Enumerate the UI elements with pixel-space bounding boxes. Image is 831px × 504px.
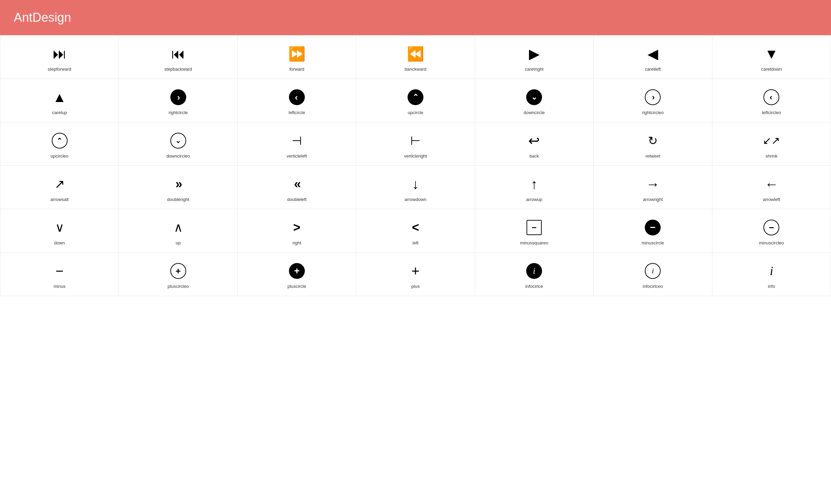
leftcircleo-icon: ‹ [763, 89, 779, 106]
verticleleft-icon: ⊣ [292, 132, 302, 149]
pluscircle-icon: + [289, 262, 305, 280]
caretright-icon: ▶ [529, 45, 540, 62]
icon-cell-left[interactable]: <left [356, 209, 475, 253]
rightcircle-icon: › [170, 89, 186, 106]
icon-cell-leftcircle[interactable]: ‹leftcircle [238, 79, 356, 122]
icon-cell-banckward[interactable]: ⏪banckward [356, 36, 475, 79]
icon-cell-arrowdown[interactable]: ↓arrowdown [356, 166, 475, 209]
icon-cell-minus[interactable]: −minus [0, 253, 119, 296]
rightcircleo-icon: › [645, 89, 661, 106]
retweet-label: retweet [645, 153, 660, 159]
doubleright-icon: » [176, 175, 181, 193]
plus-icon: + [411, 262, 419, 280]
arrowright-icon: → [646, 175, 660, 193]
arrowsalt-label: arrowsalt [50, 197, 69, 202]
arrowsalt-icon: ↗ [54, 175, 65, 193]
icon-cell-downcircle[interactable]: ⌄downcircle [475, 79, 594, 122]
verticleright-label: verticleright [404, 153, 427, 159]
up-icon: ∧ [174, 219, 183, 236]
infocirlceo-icon: i [645, 262, 661, 280]
right-icon: > [293, 219, 300, 236]
caretdown-icon: ▼ [765, 45, 779, 62]
icon-cell-caretright[interactable]: ▶caretright [475, 36, 594, 79]
downcircle-icon: ⌄ [526, 89, 542, 106]
minuscircleo-label: minuscircleo [759, 240, 784, 245]
pluscircleo-icon: + [170, 262, 186, 280]
info-icon: i [770, 262, 773, 280]
banckward-icon: ⏪ [407, 45, 424, 62]
icon-cell-stepforward[interactable]: ⏭stepforward [0, 36, 119, 79]
icon-cell-back[interactable]: ↩back [475, 122, 594, 166]
icon-cell-shrink[interactable]: ↙↗shrink [712, 122, 831, 166]
minus-label: minus [53, 284, 66, 289]
right-label: right [292, 240, 301, 245]
icon-cell-verticleleft[interactable]: ⊣verticleleft [238, 122, 356, 166]
upcircleo-icon: ⌃ [52, 132, 68, 149]
icon-cell-doubleleft[interactable]: «doubleleft [238, 166, 356, 209]
caretup-icon: ▲ [53, 89, 67, 106]
icon-cell-pluscircleo[interactable]: +pluscircleo [119, 253, 238, 296]
info-label: info [768, 284, 775, 289]
icon-cell-arrowsalt[interactable]: ↗arrowsalt [0, 166, 119, 209]
stepbackward-label: stepbackward [164, 67, 192, 72]
doubleleft-icon: « [294, 175, 300, 193]
infocirlceo-label: infocirlceo [643, 284, 663, 289]
icon-cell-rightcircleo[interactable]: ›rightcircleo [594, 79, 712, 122]
leftcircle-label: leftcircle [289, 110, 305, 115]
icon-cell-infocirlceo[interactable]: iinfocirlceo [594, 253, 712, 296]
arrowdown-icon: ↓ [412, 175, 419, 193]
icon-cell-verticleright[interactable]: ⊢verticleright [356, 122, 475, 166]
retweet-icon: ↻ [648, 132, 658, 149]
icon-cell-caretup[interactable]: ▲caretup [0, 79, 119, 122]
icon-cell-down[interactable]: ∨down [0, 209, 119, 253]
caretleft-label: caretleft [645, 67, 661, 72]
up-label: up [176, 240, 180, 245]
icon-cell-infocirlce[interactable]: iinfocirlce [475, 253, 594, 296]
caretleft-icon: ◀ [648, 45, 658, 62]
minussquareo-label: minussquareo [520, 240, 548, 245]
downcircleo-label: downcircleo [166, 153, 190, 159]
icon-cell-right[interactable]: >right [238, 209, 356, 253]
icon-cell-upcircleo[interactable]: ⌃upcircleo [0, 122, 119, 166]
arrowleft-icon: ← [764, 175, 778, 193]
icon-cell-up[interactable]: ∧up [119, 209, 238, 253]
down-label: down [54, 240, 65, 245]
caretup-label: caretup [52, 110, 67, 115]
icon-cell-arrowright[interactable]: →arrowright [594, 166, 712, 209]
icon-cell-downcircleo[interactable]: ⌄downcircleo [119, 122, 238, 166]
arrowleft-label: arrowleft [763, 197, 780, 202]
icon-cell-minussquareo[interactable]: −minussquareo [475, 209, 594, 253]
minuscircle-label: minuscircle [642, 240, 664, 245]
icon-cell-stepbackward[interactable]: ⏮stepbackward [119, 36, 238, 79]
pluscircleo-label: pluscircleo [168, 284, 189, 289]
app-title: AntDesign [14, 10, 817, 25]
icon-cell-caretdown[interactable]: ▼caretdown [712, 36, 831, 79]
icon-cell-plus[interactable]: +plus [356, 253, 475, 296]
upcircleo-label: upcircleo [51, 153, 69, 159]
rightcircleo-label: rightcircleo [642, 110, 664, 115]
icon-cell-minuscircle[interactable]: −minuscircle [594, 209, 712, 253]
leftcircleo-label: leftcircleo [762, 110, 781, 115]
back-icon: ↩ [528, 132, 540, 149]
icon-cell-doubleright[interactable]: »doubleright [119, 166, 238, 209]
icon-cell-forward[interactable]: ⏩forward [238, 36, 356, 79]
icon-cell-pluscircle[interactable]: +pluscircle [238, 253, 356, 296]
doubleright-label: doubleright [167, 197, 189, 202]
icon-cell-info[interactable]: iinfo [712, 253, 831, 296]
left-label: left [412, 240, 418, 245]
verticleright-icon: ⊢ [410, 132, 421, 149]
infocirlce-label: infocirlce [525, 284, 543, 289]
icon-cell-upcircle[interactable]: ⌃upcircle [356, 79, 475, 122]
icon-cell-retweet[interactable]: ↻retweet [594, 122, 712, 166]
left-icon: < [412, 219, 419, 236]
minuscircleo-icon: − [763, 219, 779, 236]
icon-cell-rightcircle[interactable]: ›rightcircle [119, 79, 238, 122]
icon-cell-arrowup[interactable]: ↑arrowup [475, 166, 594, 209]
down-icon: ∨ [55, 219, 64, 236]
icon-cell-leftcircleo[interactable]: ‹leftcircleo [712, 79, 831, 122]
icon-cell-arrowleft[interactable]: ←arrowleft [712, 166, 831, 209]
leftcircle-icon: ‹ [289, 89, 305, 106]
icon-cell-caretleft[interactable]: ◀caretleft [594, 36, 712, 79]
plus-label: plus [411, 284, 420, 289]
icon-cell-minuscircleo[interactable]: −minuscircleo [712, 209, 831, 253]
